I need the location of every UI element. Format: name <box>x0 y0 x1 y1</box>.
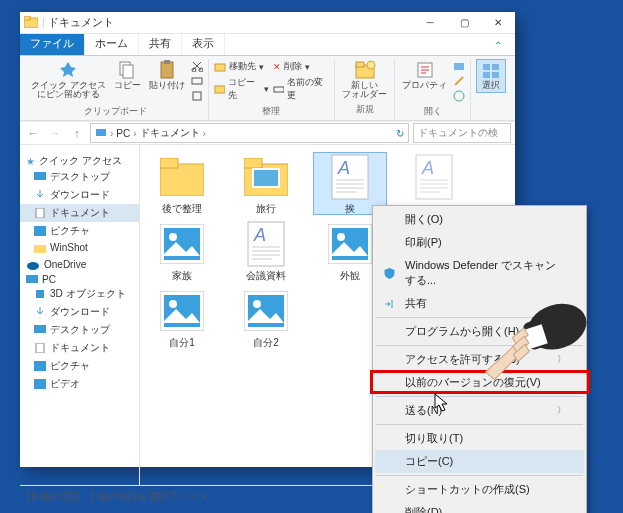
window-title: ドキュメント <box>45 15 413 30</box>
crumb-documents[interactable]: ドキュメント <box>140 126 200 140</box>
select-button[interactable]: 選択 <box>476 59 506 93</box>
breadcrumb[interactable]: › PC › ドキュメント › ↻ <box>90 123 409 143</box>
ctx-defender[interactable]: Windows Defender でスキャンする... <box>375 254 584 292</box>
file-item[interactable]: 自分1 <box>146 287 218 348</box>
sidebar-downloads[interactable]: ダウンロード <box>20 186 139 204</box>
minimize-button[interactable]: ─ <box>413 12 447 34</box>
ctx-copy[interactable]: コピー(C) <box>375 450 584 473</box>
folder-thumb <box>242 153 290 201</box>
svg-point-52 <box>337 233 345 241</box>
refresh-icon[interactable]: ↻ <box>396 128 404 139</box>
sidebar-onedrive[interactable]: OneDrive <box>20 259 139 270</box>
desktop-icon <box>34 172 46 182</box>
forward-button[interactable]: → <box>46 124 64 142</box>
ctx-cut[interactable]: 切り取り(T) <box>375 427 584 450</box>
newfolder-button[interactable]: 新しい フォルダー <box>340 59 389 101</box>
new-group-label: 新規 <box>356 103 374 116</box>
properties-button[interactable]: プロパティ <box>400 59 449 103</box>
sidebar-desktop[interactable]: デスクトップ <box>20 168 139 186</box>
sidebar-videos[interactable]: ビデオ <box>20 375 139 393</box>
open-mini[interactable] <box>453 59 465 73</box>
svg-rect-23 <box>96 129 106 136</box>
file-item[interactable]: 後で整理 <box>146 153 218 214</box>
ctx-share[interactable]: 共有 <box>375 292 584 315</box>
ctx-print[interactable]: 印刷(P) <box>375 231 584 254</box>
close-button[interactable]: ✕ <box>481 12 515 34</box>
chevron-right-icon: 〉 <box>557 353 566 366</box>
ctx-openwith[interactable]: プログラムから開く(H)... <box>375 320 584 343</box>
tab-share[interactable]: 共有 <box>139 34 182 55</box>
search-input[interactable]: ドキュメントの検 <box>413 123 511 143</box>
ctx-access[interactable]: アクセスを許可する(G)〉 <box>375 348 584 371</box>
file-item[interactable]: 家族 <box>146 220 218 281</box>
file-item[interactable]: A 会議資料 <box>230 220 302 281</box>
svg-point-55 <box>169 300 177 308</box>
image-thumb <box>326 220 374 268</box>
svg-rect-9 <box>193 92 201 100</box>
svg-rect-22 <box>492 72 499 78</box>
file-item[interactable]: 自分2 <box>230 287 302 348</box>
edit-mini[interactable] <box>453 74 465 88</box>
sidebar-pictures[interactable]: ピクチャ <box>20 222 139 240</box>
edit-icon <box>453 75 465 87</box>
ribbon-tabs: ファイル ホーム 共有 表示 ⌃ <box>20 34 515 56</box>
sidebar-pc[interactable]: PC <box>20 274 139 285</box>
sidebar-pictures2[interactable]: ピクチャ <box>20 357 139 375</box>
tab-file[interactable]: ファイル <box>20 34 85 55</box>
onedrive-icon <box>26 260 40 270</box>
ctx-shortcut[interactable]: ショートカットの作成(S) <box>375 478 584 501</box>
ctx-send[interactable]: 送る(N)〉 <box>375 399 584 422</box>
download-icon <box>34 190 46 200</box>
moveto-button[interactable]: 移動先 ▾ <box>214 59 269 74</box>
svg-rect-24 <box>34 172 46 180</box>
textfile-thumb: A <box>242 220 290 268</box>
scissors-icon <box>191 60 203 72</box>
crumb-pc[interactable]: PC <box>116 128 130 139</box>
copy-label: コピー <box>114 81 141 90</box>
ribbon-collapse-button[interactable]: ⌃ <box>481 34 515 56</box>
copy-icon <box>117 60 137 80</box>
sidebar-quickaccess[interactable]: ★クイック アクセス <box>20 154 139 168</box>
copy-button[interactable]: コピー <box>112 59 143 103</box>
sidebar-downloads2[interactable]: ダウンロード <box>20 303 139 321</box>
paste-button[interactable]: 貼り付け <box>147 59 187 103</box>
pin-quickaccess-button[interactable]: クイック アクセス にピン留めする <box>29 59 108 103</box>
svg-rect-30 <box>36 290 44 298</box>
ctx-delete[interactable]: 削除(D) <box>375 501 584 513</box>
chevron-right-icon: 〉 <box>557 404 566 417</box>
sidebar-3dobjects[interactable]: 3D オブジェクト <box>20 285 139 303</box>
desktop-icon <box>34 325 46 335</box>
svg-rect-20 <box>492 64 499 70</box>
cut-mini-button[interactable] <box>191 59 203 73</box>
pasteshortcut-mini-button[interactable] <box>191 89 203 103</box>
copypath-mini-button[interactable] <box>191 74 203 88</box>
svg-rect-21 <box>483 72 490 78</box>
svg-text:A: A <box>337 158 350 178</box>
tab-home[interactable]: ホーム <box>85 34 139 55</box>
cube-icon <box>34 289 46 299</box>
sidebar-winshot[interactable]: WinShot <box>20 240 139 255</box>
tab-view[interactable]: 表示 <box>182 34 225 55</box>
sidebar-documents2[interactable]: ドキュメント <box>20 339 139 357</box>
rename-button[interactable]: 名前の変更 <box>273 75 329 103</box>
open-icon <box>453 60 465 72</box>
up-button[interactable]: ↑ <box>68 124 86 142</box>
maximize-button[interactable]: ▢ <box>447 12 481 34</box>
svg-rect-27 <box>34 245 46 253</box>
back-button[interactable]: ← <box>24 124 42 142</box>
pictures-icon <box>34 361 46 371</box>
file-item[interactable]: 旅行 <box>230 153 302 214</box>
copyto-button[interactable]: コピー先 ▾ <box>214 75 269 103</box>
delete-x-icon: ✕ <box>273 62 281 72</box>
folder-thumb <box>158 153 206 201</box>
delete-button[interactable]: ✕ 削除 ▾ <box>273 59 329 74</box>
svg-rect-11 <box>215 86 225 93</box>
sidebar-desktop2[interactable]: デスクトップ <box>20 321 139 339</box>
history-mini[interactable] <box>453 89 465 103</box>
ctx-open[interactable]: 開く(O) <box>375 208 584 231</box>
ctx-restore[interactable]: 以前のバージョンの復元(V) <box>375 371 584 394</box>
svg-point-47 <box>169 233 177 241</box>
sidebar-documents[interactable]: ドキュメント <box>20 204 139 222</box>
textfile-thumb: A <box>326 153 374 201</box>
star-icon: ★ <box>26 156 35 167</box>
